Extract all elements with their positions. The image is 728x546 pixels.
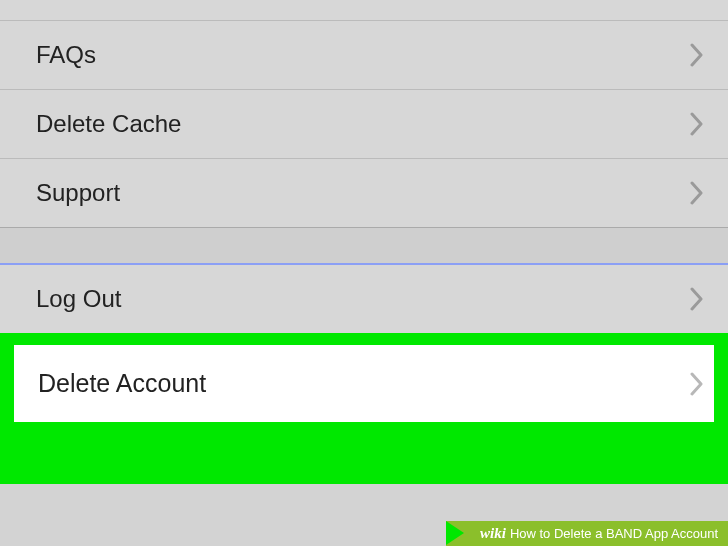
settings-row-support[interactable]: Support	[0, 159, 728, 227]
highlight-border-top	[0, 333, 728, 345]
settings-label: Delete Cache	[36, 110, 181, 138]
section-divider	[0, 227, 728, 265]
attribution-bar: wiki How to Delete a BAND App Account	[0, 521, 728, 546]
chevron-right-icon	[690, 112, 704, 136]
settings-row-delete-account[interactable]: Delete Account	[14, 345, 714, 422]
settings-label: Delete Account	[38, 369, 206, 398]
highlight-border-bottom	[0, 422, 728, 484]
settings-row-faqs[interactable]: FAQs	[0, 21, 728, 90]
settings-row-log-out[interactable]: Log Out	[0, 265, 728, 333]
chevron-right-icon	[690, 181, 704, 205]
settings-label: FAQs	[36, 41, 96, 69]
chevron-right-icon	[690, 287, 704, 311]
chevron-right-icon	[690, 43, 704, 67]
wiki-brand: wiki	[480, 525, 506, 542]
settings-row-about[interactable]: About	[0, 0, 728, 21]
settings-label: Support	[36, 179, 120, 207]
attribution-ribbon: wiki How to Delete a BAND App Account	[446, 521, 728, 546]
settings-row-delete-cache[interactable]: Delete Cache	[0, 90, 728, 159]
article-title: How to Delete a BAND App Account	[510, 526, 718, 541]
settings-label: Log Out	[36, 285, 121, 313]
chevron-right-icon	[690, 372, 704, 396]
highlight-frame: Delete Account	[0, 345, 728, 422]
